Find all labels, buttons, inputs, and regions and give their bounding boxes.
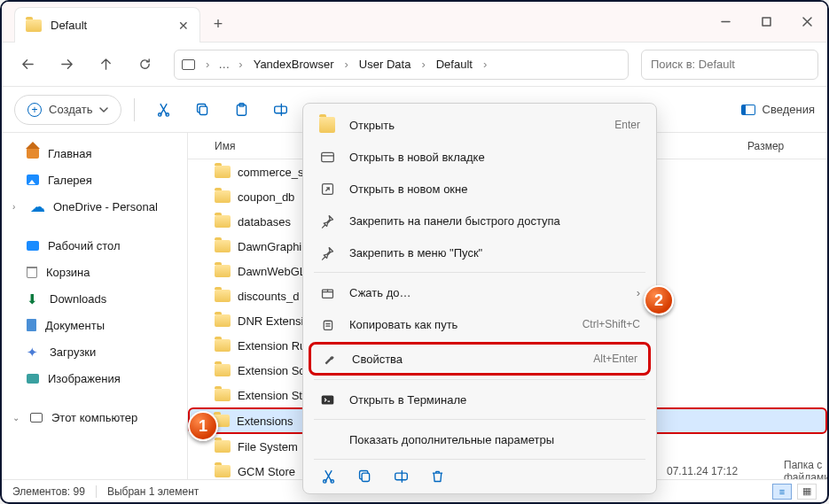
sidebar: Главная Галерея ›☁OneDrive - Personal Ра… [2, 133, 188, 479]
new-tab-button[interactable]: + [200, 7, 236, 42]
pin-icon [319, 213, 335, 229]
file-name: Extension Sc [238, 364, 305, 377]
folder-icon [215, 389, 231, 401]
address-bar[interactable]: › … › YandexBrowser › User Data › Defaul… [174, 50, 629, 80]
sidebar-item-recycle[interactable]: Корзина [5, 259, 184, 285]
svg-point-13 [331, 480, 333, 483]
menu-pin-start[interactable]: Закрепить в меню "Пуск" [303, 236, 656, 268]
crumb-default[interactable]: Default [433, 56, 476, 73]
wrench-icon [322, 351, 338, 367]
menu-terminal[interactable]: Открыть в Терминале [303, 384, 656, 415]
pin-icon [319, 244, 335, 260]
rename-button[interactable] [264, 95, 296, 125]
search-input[interactable]: Поиск в: Default [641, 50, 818, 80]
file-name: discounts_d [238, 290, 299, 303]
sidebar-item-documents[interactable]: Документы [5, 312, 184, 338]
folder-icon [215, 364, 231, 376]
sidebar-item-loads[interactable]: ✦Загрузки [5, 338, 184, 365]
annotation-badge-2: 2 [644, 285, 674, 315]
file-date: 07.11.24 17:12 [667, 465, 738, 477]
close-window-button[interactable] [786, 2, 827, 42]
tab[interactable]: Default ✕ [14, 7, 200, 43]
delete-icon[interactable] [430, 469, 445, 486]
cut-button[interactable] [147, 95, 179, 125]
copy-path-icon [319, 316, 335, 332]
file-name: commerce_s [238, 166, 303, 179]
folder-icon [215, 240, 231, 252]
chevron-right-icon: › [637, 286, 640, 299]
tab-close-icon[interactable]: ✕ [178, 19, 189, 33]
folder-icon [215, 265, 231, 277]
sidebar-item-home[interactable]: Главная [5, 140, 184, 167]
chevron-right-icon[interactable]: › [12, 202, 21, 212]
copy-icon[interactable] [357, 469, 372, 486]
plus-icon: + [27, 103, 42, 117]
menu-action-row [303, 463, 656, 488]
menu-properties[interactable]: Свойства Alt+Enter [309, 342, 651, 376]
cut-icon[interactable] [321, 469, 336, 486]
pc-icon [30, 413, 43, 423]
nav-up-button[interactable] [89, 50, 122, 80]
sidebar-item-pictures[interactable]: Изображения [5, 365, 184, 392]
rename-icon[interactable] [394, 469, 409, 486]
view-grid-button[interactable]: ▦ [797, 484, 817, 500]
menu-compress[interactable]: Сжать до… › [303, 276, 656, 308]
folder-icon [215, 190, 231, 203]
menu-open-tab[interactable]: Открыть в новой вкладке [303, 141, 656, 173]
menu-pin-quick[interactable]: Закрепить на панели быстрого доступа [303, 205, 656, 236]
gallery-icon [27, 174, 39, 185]
svg-point-12 [324, 480, 326, 483]
picture-icon [27, 374, 39, 384]
folder-icon [215, 339, 231, 352]
chevron-down-icon[interactable]: ⌄ [12, 413, 21, 423]
chevron-down-icon [99, 105, 108, 114]
sidebar-item-thispc[interactable]: ⌄Этот компьютер [5, 404, 184, 430]
svg-rect-14 [362, 473, 370, 481]
svg-rect-10 [324, 321, 332, 330]
maximize-button[interactable] [746, 2, 786, 42]
svg-point-2 [166, 113, 168, 116]
sidebar-item-gallery[interactable]: Галерея [5, 167, 184, 193]
svg-rect-7 [321, 152, 333, 161]
status-selection: Выбран 1 элемент [107, 485, 199, 498]
copy-button[interactable] [186, 95, 218, 125]
folder-icon [26, 19, 42, 32]
nav-refresh-button[interactable] [128, 50, 161, 80]
file-name: Extensions [237, 415, 293, 428]
window-icon [319, 181, 335, 197]
menu-open-window[interactable]: Открыть в новом окне [303, 173, 656, 205]
menu-open[interactable]: Открыть Enter [303, 109, 656, 141]
menu-show-more[interactable]: Показать дополнительные параметры [303, 423, 656, 455]
search-placeholder: Поиск в: Default [651, 58, 735, 71]
sidebar-item-downloads[interactable]: ⬇Downloads [5, 285, 184, 312]
nav-back-button[interactable] [11, 50, 44, 80]
sidebar-item-desktop[interactable]: Рабочий стол [5, 232, 184, 259]
tab-title: Default [51, 19, 87, 32]
monitor-icon [182, 59, 195, 70]
menu-copy-path[interactable]: Копировать как путь Ctrl+Shift+C [303, 308, 656, 340]
folder-icon [215, 166, 231, 178]
view-details-button[interactable]: ≡ [772, 484, 792, 500]
file-name: Extension St [238, 389, 302, 402]
file-type: Папка с файлами [784, 459, 827, 479]
tab-icon [319, 149, 335, 165]
paste-button[interactable] [225, 95, 257, 125]
details-icon [741, 105, 755, 115]
home-icon [27, 148, 39, 159]
minimize-button[interactable] [705, 2, 746, 42]
svg-point-1 [158, 113, 160, 116]
empty-icon [319, 431, 335, 447]
col-size[interactable]: Размер [747, 140, 827, 152]
nav-forward-button[interactable] [50, 50, 83, 80]
details-pane-button[interactable]: Сведения [741, 103, 815, 116]
status-count: Элементов: 99 [12, 485, 85, 498]
download-icon: ⬇ [27, 291, 41, 306]
crumb-userdata[interactable]: User Data [356, 56, 415, 73]
folder-icon [215, 314, 231, 327]
create-button[interactable]: + Создать [14, 95, 121, 125]
folder-icon [215, 440, 231, 453]
file-name: GCM Store [238, 465, 295, 478]
sidebar-item-onedrive[interactable]: ›☁OneDrive - Personal [5, 193, 184, 220]
crumb-yandex[interactable]: YandexBrowser [250, 56, 338, 73]
title-bar: Default ✕ + [2, 2, 827, 43]
